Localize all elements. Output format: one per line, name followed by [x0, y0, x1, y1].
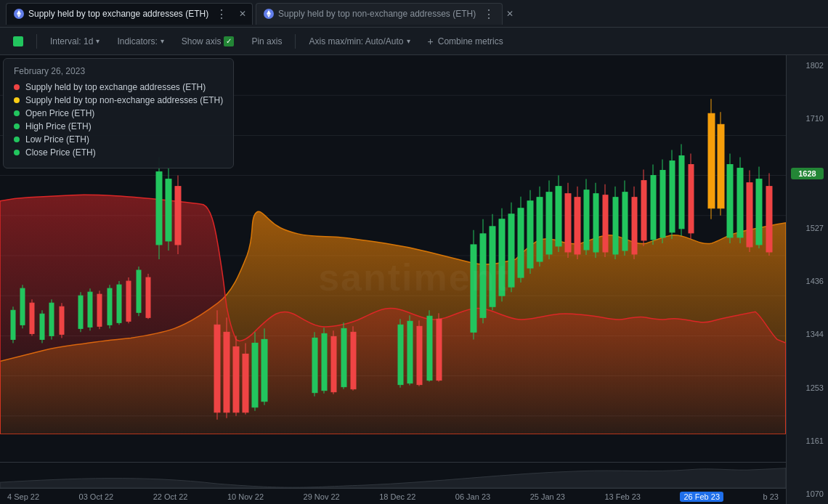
tooltip-label-exchange: Supply held by top exchange addresses (E…: [25, 82, 206, 92]
tooltip-row-close: Close Price (ETH): [14, 147, 223, 158]
y-label-1070: 1070: [791, 489, 824, 498]
tooltip-row-high: High Price (ETH): [14, 121, 223, 131]
tab-exchange-more[interactable]: ⋮: [213, 4, 230, 24]
x-label-feb26: 26 Feb 23: [680, 492, 723, 502]
pin-axis-label: Pin axis: [251, 36, 282, 46]
tooltip-label-close: Close Price (ETH): [25, 147, 96, 158]
combine-metrics-label: Combine metrics: [438, 36, 503, 46]
x-label-nov10: 10 Nov 22: [227, 492, 264, 501]
x-label-b23: b 23: [763, 492, 779, 501]
tooltip-label-non-exchange: Supply held by top non-exchange addresse…: [25, 95, 223, 105]
tooltip-row-non-exchange: Supply held by top non-exchange addresse…: [14, 95, 223, 105]
tab-non-exchange[interactable]: Supply held by top non-exchange addresse…: [256, 3, 503, 25]
indicators-selector[interactable]: Indicators: ▾: [113, 34, 168, 49]
color-swatch: [13, 36, 23, 46]
axis-minmax-selector[interactable]: Axis max/min: Auto/Auto ▾: [304, 34, 414, 49]
eth-icon-tab1: [14, 9, 24, 19]
chart-container: santiment: [0, 55, 828, 504]
tab-non-exchange-label: Supply held by top non-exchange addresse…: [278, 9, 476, 19]
tooltip-label-high: High Price (ETH): [25, 121, 92, 131]
x-label-nov29: 29 Nov 22: [304, 492, 340, 501]
show-axis-toggle[interactable]: Show axis ✓: [177, 34, 239, 49]
mini-chart: [0, 462, 786, 488]
y-label-1802: 1802: [791, 61, 824, 70]
pin-axis-button[interactable]: Pin axis: [247, 34, 286, 49]
tooltip-dot-high: [14, 123, 20, 129]
y-label-1253: 1253: [791, 383, 824, 392]
tooltip-row-exchange: Supply held by top exchange addresses (E…: [14, 82, 223, 92]
tabs-bar: Supply held by top exchange addresses (E…: [0, 0, 828, 28]
x-label-jan6: 06 Jan 23: [455, 492, 490, 501]
y-label-1436: 1436: [791, 277, 824, 285]
tooltip-panel: February 26, 2023 Supply held by top exc…: [3, 58, 234, 168]
toolbar: Interval: 1d ▾ Indicators: ▾ Show axis ✓…: [0, 28, 828, 55]
indicators-chevron: ▾: [161, 37, 164, 45]
x-axis: 4 Sep 22 03 Oct 22 22 Oct 22 10 Nov 22 2…: [0, 488, 786, 504]
x-label-feb13: 13 Feb 23: [604, 492, 641, 501]
x-label-dec18: 18 Dec 22: [379, 492, 415, 501]
axis-minmax-label: Axis max/min: Auto/Auto: [309, 36, 403, 46]
x-label-jan25: 25 Jan 23: [530, 492, 565, 501]
combine-plus-icon: +: [428, 36, 434, 47]
tooltip-row-open: Open Price (ETH): [14, 108, 223, 118]
indicators-label: Indicators:: [117, 36, 157, 46]
tooltip-dot-open: [14, 110, 20, 116]
eth-icon-tab2: [264, 9, 274, 19]
y-label-1161: 1161: [791, 436, 824, 445]
tooltip-dot-low: [14, 137, 20, 142]
interval-selector[interactable]: Interval: 1d ▾: [46, 34, 104, 49]
y-label-1344: 1344: [791, 330, 824, 338]
x-label-oct22: 22 Oct 22: [153, 492, 188, 501]
tooltip-dot-close: [14, 150, 20, 155]
tab-exchange[interactable]: Supply held by top exchange addresses (E…: [6, 3, 253, 25]
tooltip-date: February 26, 2023: [14, 66, 223, 76]
svg-marker-2: [267, 10, 271, 15]
tab-exchange-close[interactable]: ✕: [238, 8, 248, 20]
tooltip-row-low: Low Price (ETH): [14, 134, 223, 145]
tab-non-exchange-close[interactable]: ✕: [505, 8, 515, 20]
tooltip-dot-non-exchange: [14, 97, 20, 103]
color-swatch-container[interactable]: [9, 34, 28, 49]
tab-exchange-label: Supply held by top exchange addresses (E…: [28, 9, 208, 19]
show-axis-label: Show axis: [182, 36, 222, 46]
tab-non-exchange-more[interactable]: ⋮: [480, 4, 498, 24]
y-label-current: 1628: [791, 168, 824, 179]
tooltip-dot-exchange: [14, 84, 20, 90]
combine-metrics-button[interactable]: + Combine metrics: [423, 33, 508, 49]
tooltip-label-low: Low Price (ETH): [25, 134, 89, 145]
y-axis: 1802 1710 1628 1527 1436 1344 1253 1161 …: [786, 55, 828, 504]
tooltip-label-open: Open Price (ETH): [25, 108, 94, 118]
y-label-1527: 1527: [791, 224, 824, 232]
axis-minmax-chevron: ▾: [407, 37, 410, 45]
x-label-oct3: 03 Oct 22: [79, 492, 114, 501]
svg-marker-0: [17, 10, 21, 15]
toolbar-sep1: [36, 34, 37, 49]
x-label-sep: 4 Sep 22: [7, 492, 39, 501]
y-label-1710: 1710: [791, 114, 824, 123]
toolbar-sep2: [295, 34, 296, 49]
interval-label: Interval: 1d: [50, 36, 93, 46]
show-axis-checkbox[interactable]: ✓: [224, 36, 234, 46]
interval-chevron: ▾: [96, 37, 100, 45]
